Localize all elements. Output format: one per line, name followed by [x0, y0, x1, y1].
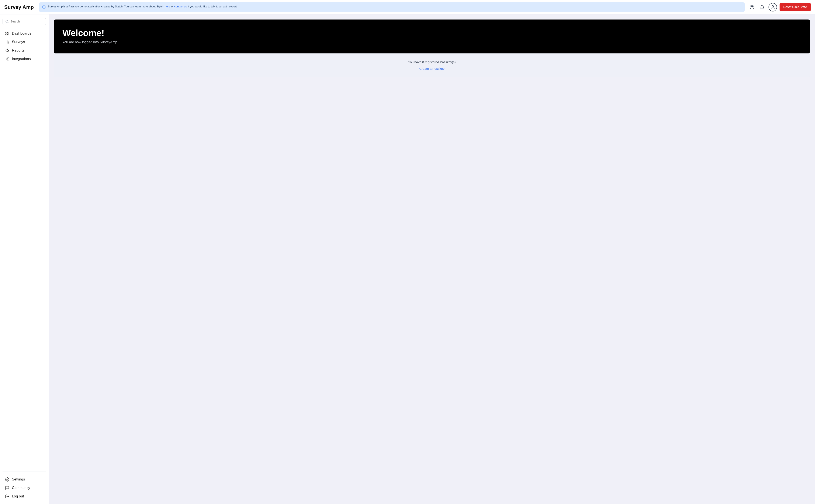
community-icon	[5, 486, 9, 490]
svg-rect-5	[6, 32, 7, 33]
dashboards-icon	[5, 31, 9, 36]
surveys-icon	[5, 40, 9, 44]
svg-rect-6	[8, 32, 9, 33]
help-button[interactable]	[748, 3, 756, 11]
main-content: Welcome! You are now logged into SurveyA…	[49, 14, 815, 504]
banner-text: Survey Amp is a Passkey demo application…	[48, 4, 238, 9]
logout-icon	[5, 494, 9, 498]
welcome-heading: Welcome!	[62, 28, 801, 38]
question-icon	[750, 5, 754, 10]
welcome-content-card: Welcome! You are now logged into SurveyA…	[54, 20, 810, 77]
sidebar: Dashboards Surveys Reports Integrations	[0, 14, 49, 504]
sidebar-item-integrations[interactable]: Integrations	[3, 55, 46, 63]
sidebar-item-logout[interactable]: Log out	[3, 492, 46, 501]
sidebar-item-dashboards[interactable]: Dashboards	[3, 29, 46, 38]
settings-icon	[5, 477, 9, 482]
reports-icon	[5, 48, 9, 53]
header: Survey Amp ⓘ Survey Amp is a Passkey dem…	[0, 0, 815, 14]
sidebar-item-community-label: Community	[12, 486, 30, 490]
svg-point-14	[7, 479, 8, 480]
svg-rect-8	[8, 34, 9, 35]
user-avatar-button[interactable]	[769, 3, 777, 11]
layout: Dashboards Surveys Reports Integrations	[0, 14, 815, 504]
header-actions: Reset User State	[748, 3, 811, 11]
sidebar-item-integrations-label: Integrations	[12, 57, 31, 61]
info-banner: ⓘ Survey Amp is a Passkey demo applicati…	[39, 2, 745, 12]
create-passkey-button[interactable]: Create a Passkey	[419, 67, 444, 70]
svg-point-13	[7, 59, 7, 59]
passkey-section: You have 0 registered Passkey(s) Create …	[54, 53, 810, 77]
search-input[interactable]	[10, 20, 43, 23]
integrations-icon	[5, 57, 9, 61]
sidebar-item-logout-label: Log out	[12, 494, 24, 498]
welcome-subtext: You are now logged into SurveyAmp	[62, 40, 801, 44]
nav-items: Dashboards Surveys Reports Integrations	[3, 29, 46, 472]
sidebar-item-surveys-label: Surveys	[12, 40, 25, 44]
banner-here-link[interactable]: here	[165, 5, 170, 8]
sidebar-item-settings[interactable]: Settings	[3, 475, 46, 484]
info-icon: ⓘ	[42, 5, 46, 10]
svg-point-2	[772, 5, 773, 7]
reset-user-state-button[interactable]: Reset User State	[780, 3, 811, 11]
svg-marker-12	[6, 49, 9, 52]
svg-line-4	[8, 22, 8, 23]
bell-icon	[760, 5, 765, 10]
sidebar-item-dashboards-label: Dashboards	[12, 31, 31, 36]
sidebar-item-reports-label: Reports	[12, 48, 25, 53]
user-icon	[770, 5, 775, 10]
welcome-banner: Welcome! You are now logged into SurveyA…	[54, 20, 810, 53]
sidebar-bottom: Settings Community Log out	[3, 472, 46, 501]
search-box	[3, 18, 46, 25]
sidebar-item-community[interactable]: Community	[3, 484, 46, 492]
app-logo: Survey Amp	[4, 4, 34, 10]
notifications-button[interactable]	[758, 3, 766, 11]
passkey-count-text: You have 0 registered Passkey(s)	[61, 60, 803, 64]
search-icon	[5, 20, 9, 23]
banner-contact-link[interactable]: contact us	[174, 5, 187, 8]
sidebar-item-reports[interactable]: Reports	[3, 46, 46, 55]
sidebar-item-settings-label: Settings	[12, 477, 25, 482]
svg-rect-7	[6, 34, 7, 35]
sidebar-item-surveys[interactable]: Surveys	[3, 38, 46, 46]
